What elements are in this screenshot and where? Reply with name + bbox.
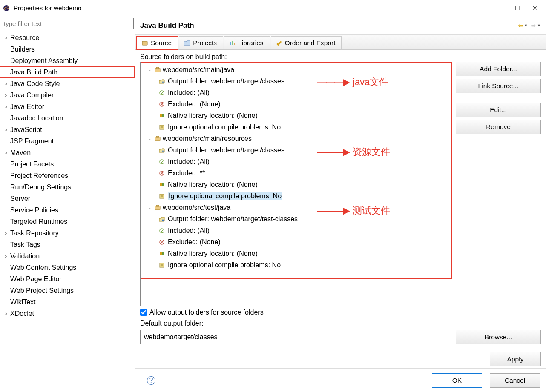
sidebar-item-jsp-fragment[interactable]: JSP Fragment [0, 135, 135, 147]
ok-button[interactable]: OK [432, 373, 482, 388]
folder-property-row[interactable]: Ignore optional compile problems: No [158, 190, 451, 202]
folder-property-row[interactable]: Included: (All) [158, 225, 451, 236]
sidebar-item-label: Deployment Assembly [9, 57, 78, 65]
sidebar-item-javadoc-location[interactable]: Javadoc Location [0, 112, 135, 124]
footer: ? OK Cancel [135, 368, 546, 392]
sidebar-item-java-editor[interactable]: >Java Editor [0, 101, 135, 112]
sidebar-item-java-code-style[interactable]: >Java Code Style [0, 78, 135, 89]
folder-property-row[interactable]: Excluded: (None) [158, 236, 451, 248]
forward-arrow-icon[interactable]: ⇨ [531, 22, 536, 29]
source-folder-title[interactable]: ⌄webdemo/src/main/resources [147, 133, 451, 144]
property-label: Included: (All) [168, 227, 210, 235]
back-dropdown-icon[interactable]: ▼ [524, 23, 528, 28]
browse-button[interactable]: Browse... [456, 330, 541, 344]
libraries-tab-icon [229, 40, 236, 46]
sidebar-item-service-policies[interactable]: Service Policies [0, 204, 135, 216]
minimize-button[interactable]: — [497, 5, 503, 11]
default-output-input[interactable] [140, 330, 452, 344]
sidebar-item-web-project-settings[interactable]: Web Project Settings [0, 285, 135, 296]
source-folder-title[interactable]: ⌄webdemo/src/main/java [147, 64, 451, 75]
folder-property-row[interactable]: Ignore optional compile problems: No [158, 259, 451, 271]
sidebar-item-resource[interactable]: >Resource [0, 32, 135, 43]
remove-button[interactable]: Remove [456, 120, 541, 134]
sidebar-item-label: Java Code Style [9, 80, 60, 88]
property-label: Native library location: (None) [168, 112, 258, 120]
source-folder-title[interactable]: ⌄webdemo/src/test/java [147, 202, 451, 213]
tab-projects[interactable]: Projects [179, 36, 223, 49]
maximize-button[interactable]: ☐ [515, 5, 520, 11]
sidebar-item-label: JavaScript [9, 126, 42, 134]
folder-property-row[interactable]: Output folder: webdemo/target/classes [158, 75, 451, 87]
edit-button[interactable]: Edit... [456, 103, 541, 117]
help-icon[interactable]: ? [147, 376, 155, 385]
allow-output-label: Allow output folders for source folders [149, 309, 264, 316]
chevron-down-icon: ⌄ [147, 205, 152, 210]
sidebar-item-project-references[interactable]: Project References [0, 170, 135, 181]
sidebar-item-deployment-assembly[interactable]: Deployment Assembly [0, 55, 135, 66]
folder-property-row[interactable]: Excluded: (None) [158, 98, 451, 110]
category-tree[interactable]: >ResourceBuildersDeployment AssemblyJava… [0, 30, 135, 390]
sidebar-item-targeted-runtimes[interactable]: Targeted Runtimes [0, 216, 135, 227]
link-source-button[interactable]: Link Source... [456, 79, 541, 93]
sidebar-item-label: Web Project Settings [9, 287, 74, 295]
svg-rect-19 [160, 194, 164, 198]
sidebar-item-wikitext[interactable]: WikiText [0, 296, 135, 308]
property-icon [158, 170, 165, 177]
chevron-right-icon: > [3, 93, 9, 98]
sidebar-item-label: Java Compiler [9, 92, 54, 99]
folder-property-row[interactable]: Included: (All) [158, 87, 451, 98]
sidebar-item-web-page-editor[interactable]: Web Page Editor [0, 273, 135, 285]
folder-property-row[interactable]: Native library location: (None) [158, 248, 451, 259]
source-folders-tree[interactable]: ⌄webdemo/src/main/javaOutput folder: web… [140, 62, 452, 293]
forward-dropdown-icon[interactable]: ▼ [537, 23, 541, 28]
svg-rect-14 [156, 136, 159, 137]
sidebar-item-project-facets[interactable]: Project Facets [0, 158, 135, 170]
allow-output-checkbox-row[interactable]: Allow output folders for source folders [140, 309, 452, 316]
property-icon [158, 239, 165, 246]
tabs: SourceProjectsLibrariesOrder and Export [135, 35, 546, 50]
chevron-right-icon: > [3, 231, 9, 236]
sidebar-item-task-tags[interactable]: Task Tags [0, 239, 135, 250]
folder-property-row[interactable]: Included: (All) [158, 156, 451, 167]
sidebar-item-xdoclet[interactable]: >XDoclet [0, 308, 135, 319]
property-icon [158, 124, 165, 131]
tab-label: Libraries [238, 39, 263, 47]
folder-property-row[interactable]: Output folder: webdemo/target/classes [158, 144, 451, 156]
svg-rect-25 [162, 252, 164, 255]
tab-source[interactable]: Source [137, 36, 178, 49]
tab-libraries[interactable]: Libraries [224, 36, 270, 49]
sidebar-item-javascript[interactable]: >JavaScript [0, 124, 135, 135]
filter-input[interactable] [1, 18, 134, 29]
folder-property-row[interactable]: Excluded: ** [158, 167, 451, 179]
folder-property-row[interactable]: Output folder: webdemo/target/test-class… [158, 213, 451, 225]
folder-property-row[interactable]: Native library location: (None) [158, 110, 451, 121]
sidebar-item-java-build-path[interactable]: Java Build Path [0, 66, 135, 78]
sidebar-item-label: Targeted Runtimes [9, 218, 67, 226]
close-button[interactable]: ✕ [532, 5, 537, 11]
sidebar-item-maven[interactable]: >Maven [0, 147, 135, 158]
tab-order-and-export[interactable]: Order and Export [271, 36, 342, 49]
sidebar-item-label: Builders [9, 46, 35, 53]
folder-property-row[interactable]: Native library location: (None) [158, 179, 451, 190]
add-folder-button[interactable]: Add Folder... [456, 62, 541, 76]
page-title: Java Build Path [140, 21, 518, 30]
sidebar-item-run-debug-settings[interactable]: Run/Debug Settings [0, 181, 135, 193]
folder-property-row[interactable]: Ignore optional compile problems: No [158, 121, 451, 133]
allow-output-checkbox[interactable] [140, 309, 147, 316]
chevron-right-icon: > [3, 35, 9, 40]
sidebar-item-java-compiler[interactable]: >Java Compiler [0, 89, 135, 101]
source-folders-label: Source folders on build path: [140, 53, 541, 61]
sidebar-item-validation[interactable]: >Validation [0, 250, 135, 262]
property-label: Included: (All) [168, 89, 210, 97]
sidebar-item-label: Web Page Editor [9, 275, 62, 283]
projects-tab-icon [184, 40, 190, 46]
tab-label: Source [151, 39, 172, 47]
sidebar-item-web-content-settings[interactable]: Web Content Settings [0, 262, 135, 273]
cancel-button[interactable]: Cancel [490, 373, 540, 388]
sidebar-item-task-repository[interactable]: >Task Repository [0, 227, 135, 239]
svg-rect-2 [142, 41, 147, 45]
back-arrow-icon[interactable]: ⇦ [518, 22, 523, 29]
sidebar-item-builders[interactable]: Builders [0, 43, 135, 55]
sidebar-item-server[interactable]: Server [0, 193, 135, 204]
apply-button[interactable]: Apply [490, 352, 541, 366]
